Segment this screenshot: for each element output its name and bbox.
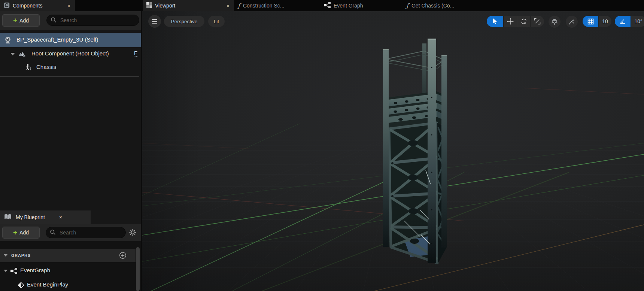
tab-label: Construction Sc... xyxy=(243,3,285,9)
tab-label: My Blueprint xyxy=(16,214,45,220)
grid-snap-toggle[interactable] xyxy=(583,16,598,27)
tab-construction-script[interactable]: ƒ Construction Sc... xyxy=(234,0,319,11)
graphs-section-header[interactable]: GRAPHS xyxy=(0,249,136,262)
world-coordinate-button[interactable] xyxy=(549,16,561,28)
list-item-begin-play[interactable]: Event BeginPlay xyxy=(0,279,136,291)
close-icon[interactable]: × xyxy=(225,3,230,9)
actor-pivot-button[interactable] xyxy=(566,16,578,28)
lit-label: Lit xyxy=(214,19,219,24)
viewport-grid-icon xyxy=(146,2,152,9)
list-item-label: Event BeginPlay xyxy=(27,281,68,288)
tab-get-chassis[interactable]: ƒ Get Chassis (Co... xyxy=(402,0,496,11)
select-tool-button[interactable] xyxy=(487,16,503,27)
plus-icon: + xyxy=(13,229,17,236)
tab-bar: Components × Viewport × ƒ Construction S… xyxy=(0,0,644,11)
cube-axes-icon xyxy=(551,18,558,25)
tab-label: Event Graph xyxy=(334,3,363,9)
tree-row-self[interactable]: BP_Spacecraft_Empty_3U (Self) xyxy=(0,33,141,47)
event-node-icon xyxy=(17,282,24,290)
tab-event-graph[interactable]: Event Graph xyxy=(320,0,402,11)
components-tree: BP_Spacecraft_Empty_3U (Self) Root Compo… xyxy=(0,30,141,210)
search-icon xyxy=(50,229,56,236)
viewport-options-menu-button[interactable] xyxy=(148,15,161,28)
left-panel: + Add BP_Spacecraft_Empty_3U (Self) xyxy=(0,11,142,291)
grid-snap-value-button[interactable]: 10 xyxy=(598,16,611,27)
rotation-snap-value: 10° xyxy=(634,18,642,24)
add-button-label: Add xyxy=(19,18,29,24)
section-label: GRAPHS xyxy=(11,253,31,258)
tree-separator xyxy=(0,76,139,77)
tab-my-blueprint[interactable]: My Blueprint × xyxy=(0,210,91,224)
grid-snap-icon xyxy=(587,18,594,25)
gear-icon[interactable] xyxy=(129,228,137,237)
cursor-icon xyxy=(492,18,498,25)
perspective-dropdown[interactable]: Perspective xyxy=(164,16,204,27)
scrollbar-thumb[interactable] xyxy=(136,247,140,291)
tab-components[interactable]: Components × xyxy=(0,0,75,11)
chevron-down-icon[interactable] xyxy=(4,254,7,257)
tree-row-label: Chassis xyxy=(36,64,56,70)
add-graph-icon[interactable] xyxy=(119,252,127,260)
rotation-snap-group: 10° xyxy=(615,16,644,27)
event-graph-icon xyxy=(324,2,331,9)
tree-row-label: BP_Spacecraft_Empty_3U (Self) xyxy=(16,36,98,43)
cubesat-chassis-model[interactable] xyxy=(383,39,447,263)
tab-label: Components xyxy=(13,3,42,9)
chevron-down-icon[interactable] xyxy=(4,270,7,272)
list-item-label: EventGraph xyxy=(20,267,50,273)
move-icon xyxy=(507,18,514,25)
rotation-snap-toggle[interactable] xyxy=(615,16,631,27)
perspective-label: Perspective xyxy=(171,19,198,24)
scene-root-icon xyxy=(18,50,26,59)
unreal-blueprint-editor: Components × Viewport × ƒ Construction S… xyxy=(0,0,644,291)
grid-snap-group: 10 xyxy=(583,16,611,27)
add-component-button[interactable]: + Add xyxy=(2,14,40,27)
tree-row-label: Root Component (Root Object) xyxy=(31,50,109,57)
angle-snap-icon xyxy=(619,18,626,25)
transform-tool-group xyxy=(487,16,544,27)
grid-snap-value: 10 xyxy=(602,18,608,24)
rotation-snap-value-button[interactable]: 10° xyxy=(631,16,644,27)
viewport-scene xyxy=(142,11,644,291)
components-search[interactable] xyxy=(46,15,139,26)
chevron-down-icon[interactable] xyxy=(10,53,15,55)
components-toolbar: + Add xyxy=(0,11,141,30)
add-button-label: Add xyxy=(19,230,29,236)
plus-icon: + xyxy=(13,16,17,24)
book-icon xyxy=(4,213,12,221)
hamburger-icon xyxy=(152,19,157,24)
lit-dropdown[interactable]: Lit xyxy=(208,16,225,27)
my-blueprint-search-input[interactable] xyxy=(59,229,122,236)
tree-row-root-component[interactable]: Root Component (Root Object) E xyxy=(0,48,141,60)
components-search-input[interactable] xyxy=(60,17,135,24)
add-blueprint-item-button[interactable]: + Add xyxy=(2,227,40,239)
scale-tool-button[interactable] xyxy=(530,16,544,27)
event-graph-icon xyxy=(10,268,17,275)
function-icon: ƒ xyxy=(406,2,408,9)
function-icon: ƒ xyxy=(238,2,240,9)
my-blueprint-search[interactable] xyxy=(46,227,126,238)
my-blueprint-toolbar: + Add xyxy=(0,224,141,241)
components-icon xyxy=(4,2,10,9)
tab-label: Get Chassis (Co... xyxy=(411,3,454,9)
tree-row-chassis[interactable]: Chassis xyxy=(0,61,141,74)
blueprint-self-icon xyxy=(4,36,13,45)
close-icon[interactable]: × xyxy=(59,214,62,220)
scale-icon xyxy=(534,18,541,25)
child-actor-icon xyxy=(25,64,32,72)
my-blueprint-tabrow: My Blueprint × xyxy=(0,210,141,224)
tab-label: Viewport xyxy=(155,3,175,9)
diverging-arrows-icon xyxy=(568,18,575,25)
search-icon xyxy=(51,17,57,24)
list-item-eventgraph[interactable]: EventGraph xyxy=(0,264,136,277)
viewport-3d[interactable]: Perspective Lit xyxy=(142,11,644,291)
rotate-tool-button[interactable] xyxy=(517,16,530,27)
move-tool-button[interactable] xyxy=(503,16,517,27)
tab-viewport[interactable]: Viewport × xyxy=(143,0,234,11)
rotate-icon xyxy=(520,18,527,25)
edit-link[interactable]: E xyxy=(134,50,137,57)
close-icon[interactable]: × xyxy=(66,3,71,9)
my-blueprint-content: GRAPHS EventGraph Event BeginPlay xyxy=(0,241,141,291)
